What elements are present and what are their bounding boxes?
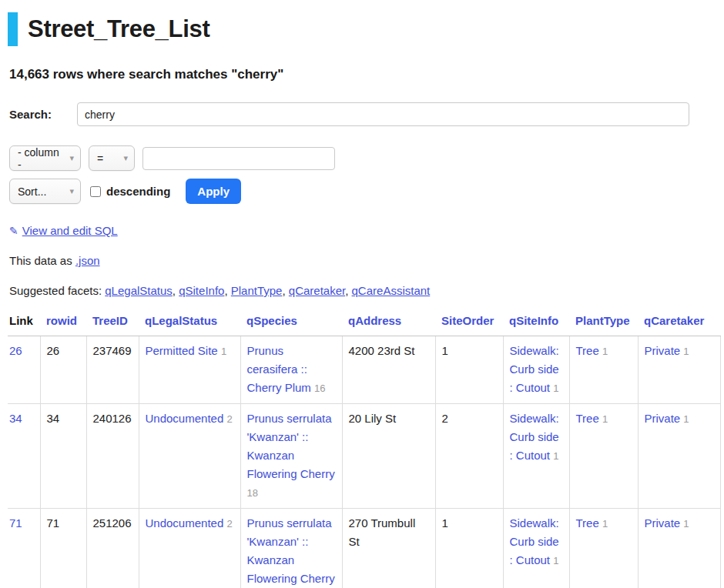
column-header-qsiteinfo[interactable]: qSiteInfo (503, 310, 569, 336)
column-header-qspecies[interactable]: qSpecies (240, 310, 342, 336)
operator-select[interactable]: = ▾ (89, 145, 135, 171)
facet-link-planttype[interactable]: PlantType (231, 284, 283, 297)
facet-count: 2 (226, 518, 232, 530)
cell-link: 71 (8, 509, 40, 588)
cell-rowid: 34 (40, 404, 86, 509)
descending-checkbox[interactable] (90, 186, 101, 197)
column-sort-link[interactable]: TreeID (92, 314, 128, 327)
column-sort-link[interactable]: qLegalStatus (145, 314, 217, 327)
cell-link[interactable]: Prunus serrulata 'Kwanzan' :: Kwanzan Fl… (247, 412, 335, 480)
column-sort-link[interactable]: qSpecies (246, 314, 297, 327)
cell-link[interactable]: Sidewalk: Curb side : Cutout (510, 344, 559, 394)
operator-select-value: = (97, 152, 103, 165)
sql-link-row: ✎View and edit SQL (9, 224, 724, 237)
cell-rowid: 26 (40, 336, 86, 404)
sort-row: Sort... ▾ descending Apply (9, 179, 724, 204)
cell-qspecies: Prunus serrulata 'Kwanzan' :: Kwanzan Fl… (240, 509, 342, 588)
cell-qaddress: 270 Trumbull St (342, 509, 435, 588)
cell-link[interactable]: Undocumented (146, 412, 224, 425)
cell-treeid: 237469 (86, 336, 139, 404)
column-sort-link[interactable]: qCaretaker (644, 314, 704, 327)
descending-label: descending (106, 185, 170, 198)
column-header-link: Link (8, 310, 40, 336)
cell-qsiteinfo: Sidewalk: Curb side : Cutout 1 (503, 509, 569, 588)
column-header-qaddress[interactable]: qAddress (342, 310, 435, 336)
facet-count: 1 (683, 518, 689, 530)
cell-link[interactable]: Tree (576, 516, 599, 530)
cell-rowid: 71 (40, 509, 86, 588)
cell-qcaretaker: Private 1 (638, 404, 720, 509)
sort-select[interactable]: Sort... ▾ (9, 179, 81, 204)
facet-count: 1 (221, 346, 226, 357)
cell-treeid: 251206 (86, 509, 139, 588)
column-header-treeid[interactable]: TreeID (86, 310, 139, 336)
facet-link-qlegalstatus[interactable]: qLegalStatus (105, 284, 173, 297)
column-select[interactable]: - column - ▾ (9, 145, 81, 171)
search-label: Search: (9, 108, 77, 121)
cell-planttype: Tree 1 (569, 404, 638, 509)
column-select-value: - column - (18, 146, 65, 171)
cell-qlegalstatus: Undocumented 2 (139, 404, 240, 509)
view-edit-sql-link[interactable]: View and edit SQL (22, 224, 118, 237)
column-sort-link[interactable]: rowid (46, 314, 77, 327)
cell-link[interactable]: Prunus serrulata 'Kwanzan' :: Kwanzan Fl… (247, 516, 335, 585)
table-header-row: LinkrowidTreeIDqLegalStatusqSpeciesqAddr… (8, 310, 720, 336)
cell-siteorder: 1 (435, 336, 503, 404)
search-input[interactable] (77, 102, 689, 126)
cell-link[interactable]: Prunus cerasifera :: Cherry Plum (247, 344, 311, 394)
cell-link[interactable]: Permitted Site (146, 344, 218, 357)
facet-count: 2 (226, 413, 232, 425)
table-row: 7171251206Undocumented 2Prunus serrulata… (8, 509, 720, 588)
facet-count: 1 (602, 413, 608, 425)
facet-count: 1 (553, 383, 558, 394)
column-header-siteorder[interactable]: SiteOrder (435, 310, 503, 336)
sort-select-value: Sort... (18, 185, 46, 198)
facet-count: 1 (602, 346, 608, 357)
filter-value-input[interactable] (142, 147, 335, 170)
json-link[interactable]: .json (75, 254, 100, 267)
chevron-down-icon: ▾ (69, 186, 74, 196)
cell-link[interactable]: Tree (576, 412, 599, 425)
column-header-qlegalstatus[interactable]: qLegalStatus (139, 310, 240, 336)
data-as-text: This data as (9, 254, 72, 267)
cell-link[interactable]: Undocumented (146, 516, 224, 530)
facet-link-qcareassistant[interactable]: qCareAssistant (352, 284, 431, 297)
cell-qlegalstatus: Undocumented 2 (139, 509, 240, 588)
data-export-row: This data as .json (9, 254, 724, 267)
page-title: Street_Tree_List (8, 12, 724, 46)
column-header-qcaretaker[interactable]: qCaretaker (638, 310, 720, 336)
row-count-summary: 14,663 rows where search matches "cherry… (9, 67, 724, 82)
cell-planttype: Tree 1 (569, 509, 638, 588)
cell-link[interactable]: Private (645, 516, 681, 530)
table-row: 2626237469Permitted Site 1Prunus cerasif… (8, 336, 720, 404)
column-sort-link[interactable]: qAddress (348, 314, 401, 327)
facet-link-qsiteinfo[interactable]: qSiteInfo (179, 284, 224, 297)
column-sort-link[interactable]: PlantType (575, 314, 630, 327)
cell-planttype: Tree 1 (569, 336, 638, 404)
facet-count: 1 (553, 555, 558, 566)
column-sort-link[interactable]: qSiteInfo (509, 314, 558, 327)
cell-link[interactable]: Sidewalk: Curb side : Cutout (510, 412, 559, 462)
facet-count: 1 (553, 450, 558, 462)
cell-siteorder: 1 (435, 509, 503, 588)
cell-treeid: 240126 (86, 404, 139, 509)
column-header-rowid[interactable]: rowid (40, 310, 86, 336)
facet-count: 16 (314, 383, 325, 394)
cell-qaddress: 20 Lily St (342, 404, 435, 509)
cell-link[interactable]: 26 (9, 344, 22, 357)
cell-link[interactable]: Private (645, 412, 681, 425)
cell-link[interactable]: Private (645, 344, 681, 357)
cell-link[interactable]: Tree (576, 344, 599, 357)
column-sort-link[interactable]: SiteOrder (441, 314, 494, 327)
cell-link[interactable]: Sidewalk: Curb side : Cutout (510, 516, 559, 566)
facet-count: 1 (683, 413, 689, 425)
cell-link[interactable]: 71 (9, 516, 22, 530)
suggested-facets-row: Suggested facets: qLegalStatus, qSiteInf… (9, 284, 724, 297)
column-header-planttype[interactable]: PlantType (569, 310, 638, 336)
facet-count: 18 (247, 487, 258, 499)
apply-button[interactable]: Apply (186, 179, 241, 204)
cell-qcaretaker: Private 1 (638, 336, 720, 404)
facet-link-qcaretaker[interactable]: qCaretaker (289, 284, 345, 297)
cell-link[interactable]: 34 (9, 412, 22, 425)
cell-qspecies: Prunus serrulata 'Kwanzan' :: Kwanzan Fl… (240, 404, 342, 509)
